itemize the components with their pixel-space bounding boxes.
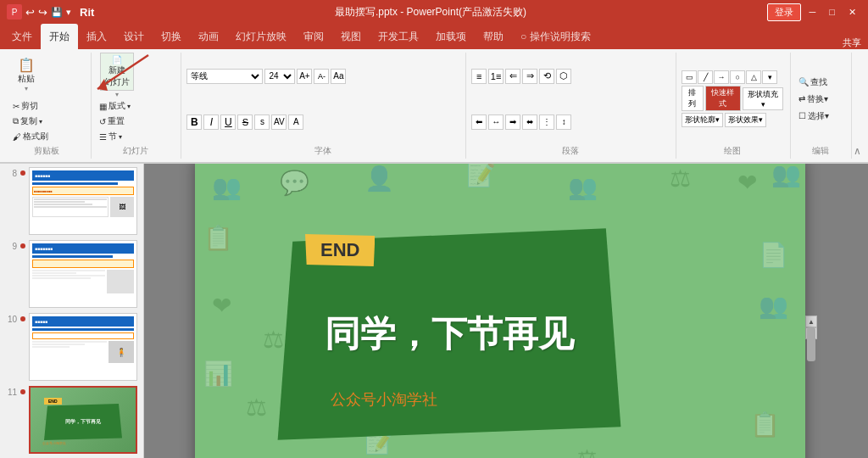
shape-arrow[interactable]: → xyxy=(714,70,729,84)
reset-button[interactable]: ↺重置 xyxy=(97,114,133,128)
numbering-button[interactable]: 1≡ xyxy=(488,69,504,84)
undo-btn[interactable]: ↩ xyxy=(25,6,35,19)
slide-thumb-11[interactable]: 同学，下节再见 END 公众号小淘学社 xyxy=(29,386,137,454)
font-name-select[interactable]: 等线 xyxy=(186,69,263,84)
shapes-more[interactable]: ▾ xyxy=(762,70,777,84)
end-badge: END xyxy=(305,234,375,266)
redo-btn[interactable]: ↪ xyxy=(38,6,47,19)
scroll-up-arrow[interactable]: ▲ xyxy=(805,316,817,327)
minimize-button[interactable]: ─ xyxy=(804,5,821,19)
login-button[interactable]: 登录 xyxy=(767,3,801,21)
tab-addins[interactable]: 加载项 xyxy=(427,24,475,49)
arrange-button[interactable]: 排列 xyxy=(682,86,703,111)
clear-format[interactable]: Aa xyxy=(331,69,346,84)
tab-file[interactable]: 文件 xyxy=(3,24,41,49)
shape-outline[interactable]: 形状轮廓▾ xyxy=(682,113,723,127)
shape-oval[interactable]: ○ xyxy=(730,70,745,84)
titlebar: P ↩ ↪ 💾 ▾ Rit 最助摆写.pptx - PowerPoint(产品激… xyxy=(0,0,868,24)
tab-animations[interactable]: 动画 xyxy=(190,24,227,49)
format-paint-button[interactable]: 🖌格式刷 xyxy=(10,130,51,143)
strikethrough-button[interactable]: S xyxy=(237,114,253,130)
find-button[interactable]: 🔍查找 xyxy=(796,75,832,89)
close-button[interactable]: ✕ xyxy=(843,5,861,20)
font-size-increase[interactable]: A+ xyxy=(297,69,312,84)
tab-developer[interactable]: 开发工具 xyxy=(370,24,427,49)
tab-review[interactable]: 审阅 xyxy=(295,24,332,49)
slide-item-10[interactable]: 10 ■■■■■ 🧍 xyxy=(3,313,140,381)
tab-home[interactable]: 开始 xyxy=(41,24,78,49)
shape-rect[interactable]: ▭ xyxy=(682,70,697,84)
font-size-select[interactable]: 24 xyxy=(264,69,295,84)
increase-indent[interactable]: ⇒ xyxy=(522,69,537,84)
align-center[interactable]: ↔ xyxy=(488,114,504,130)
paste-button[interactable]: 📋 粘贴 ▾ xyxy=(10,54,42,97)
group-slides: 📄 新建 幻灯片 ▾ ▦版式▾ ↺重置 ☰节▾ xyxy=(93,53,182,159)
tab-design[interactable]: 设计 xyxy=(115,24,153,49)
shape-triangle[interactable]: △ xyxy=(746,70,761,84)
font-size-decrease[interactable]: A- xyxy=(314,69,329,84)
slide-item-8[interactable]: 8 ■■■■■■ ■■■■■■■■■ 🖼 xyxy=(3,167,140,235)
tab-slideshow[interactable]: 幻灯片放映 xyxy=(227,24,295,49)
tab-help[interactable]: 帮助 xyxy=(475,24,512,49)
ribbon: 文件 开始 插入 设计 切换 动画 幻灯片放映 审阅 视图 开发工具 加载项 帮… xyxy=(0,24,868,164)
shape-effects[interactable]: 形状效果▾ xyxy=(725,113,766,127)
group-editing: 🔍查找 ⇄替换▾ ☐选择▾ 编辑 xyxy=(793,53,852,159)
line-spacing[interactable]: ↕ xyxy=(556,114,571,130)
columns[interactable]: ⋮ xyxy=(539,114,554,130)
decrease-indent[interactable]: ⇐ xyxy=(505,69,520,84)
main-area: 8 ■■■■■■ ■■■■■■■■■ 🖼 xyxy=(0,164,868,458)
slide-item-9[interactable]: 9 ■■■■■■■ xyxy=(3,240,140,308)
shadow-button[interactable]: s xyxy=(254,114,270,130)
ribbon-expand[interactable]: ∧ xyxy=(854,53,861,159)
text-direction[interactable]: ⟲ xyxy=(539,69,554,84)
slide-sub-text: 公众号小淘学社 xyxy=(331,389,437,410)
font-color-button[interactable]: A xyxy=(288,114,303,130)
layout-button[interactable]: ▦版式▾ xyxy=(97,99,133,113)
share-btn[interactable]: 共享 xyxy=(843,36,861,49)
quick-styles[interactable]: 快速样式 xyxy=(705,86,742,111)
clipboard-label: 剪贴板 xyxy=(10,143,84,157)
shape-fill[interactable]: 形状填充▾ xyxy=(743,87,783,110)
bullets-button[interactable]: ≡ xyxy=(471,69,487,84)
app-icon: P xyxy=(7,4,22,20)
slide-canvas[interactable]: 👥 💬 👤 📝 👥 ⚖ ❤ 👥 📋 📄 ❤ ⚖ 📊 ⚖ 📋 👥 📝 ⚖ ✏ xyxy=(195,164,805,458)
slide-main-text: 同学，下节再见 xyxy=(325,310,574,358)
group-clipboard: 📋 粘贴 ▾ ✂剪切 ⧉复制▾ 🖌格式刷 剪贴板 xyxy=(7,53,92,159)
window-title: 最助摆写.pptx - PowerPoint(产品激活失败) xyxy=(94,5,766,20)
ribbon-content: 📋 粘贴 ▾ ✂剪切 ⧉复制▾ 🖌格式刷 剪贴板 xyxy=(0,49,868,163)
replace-button[interactable]: ⇄替换▾ xyxy=(796,92,832,106)
align-left[interactable]: ⬅ xyxy=(471,114,487,130)
canvas-wrapper: 👥 💬 👤 📝 👥 ⚖ ❤ 👥 📋 📄 ❤ ⚖ 📊 ⚖ 📋 👥 📝 ⚖ ✏ xyxy=(144,164,868,458)
cut-button[interactable]: ✂剪切 xyxy=(10,99,51,113)
more-btn[interactable]: ▾ xyxy=(66,7,71,18)
convert-smartart[interactable]: ⬡ xyxy=(556,69,571,84)
slide-item-11[interactable]: 11 同学，下节再见 END 公众号小淘学社 xyxy=(3,386,140,454)
select-button[interactable]: ☐选择▾ xyxy=(796,109,832,123)
copy-button[interactable]: ⧉复制▾ xyxy=(10,114,51,128)
slide-thumb-9[interactable]: ■■■■■■■ xyxy=(29,240,137,308)
tab-transitions[interactable]: 切换 xyxy=(153,24,190,49)
slide-marker-9 xyxy=(20,243,25,249)
slide-marker-11 xyxy=(20,389,25,394)
new-slide-button[interactable]: 📄 新建 幻灯片 ▾ xyxy=(97,54,137,97)
shape-line[interactable]: ╱ xyxy=(698,70,713,84)
slide-marker-10 xyxy=(20,316,25,321)
group-font: 等线 24 A+ A- Aa B I U S s AV A xyxy=(183,53,466,159)
slide-thumb-8[interactable]: ■■■■■■ ■■■■■■■■■ 🖼 xyxy=(29,167,137,235)
tab-search[interactable]: ○ 操作说明搜索 xyxy=(512,24,599,49)
maximize-button[interactable]: □ xyxy=(824,5,840,19)
italic-button[interactable]: I xyxy=(203,114,219,130)
rit-label: Rit xyxy=(80,6,94,19)
char-spacing-button[interactable]: AV xyxy=(271,114,287,130)
section-button[interactable]: ☰节▾ xyxy=(97,130,133,143)
tab-insert[interactable]: 插入 xyxy=(78,24,115,49)
underline-button[interactable]: U xyxy=(220,114,236,130)
align-right[interactable]: ➡ xyxy=(505,114,520,130)
justify[interactable]: ⬌ xyxy=(522,114,537,130)
bold-button[interactable]: B xyxy=(186,114,202,130)
scroll-thumb[interactable] xyxy=(807,327,815,361)
slide-thumb-10[interactable]: ■■■■■ 🧍 xyxy=(29,313,137,381)
tab-view[interactable]: 视图 xyxy=(332,24,370,49)
save-btn[interactable]: 💾 xyxy=(51,7,63,18)
group-drawing: ▭ ╱ → ○ △ ▾ 排列 快速样式 形状填充▾ xyxy=(678,53,791,159)
